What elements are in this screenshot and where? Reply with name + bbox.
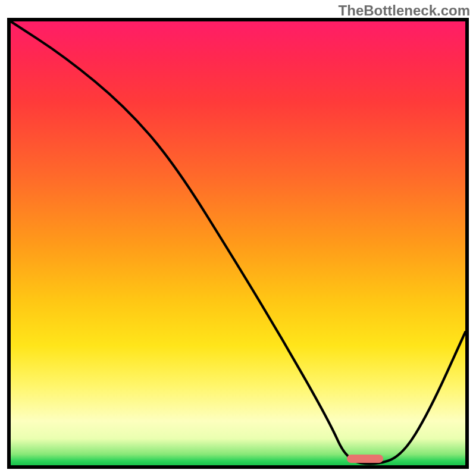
bottleneck-curve [11, 21, 465, 465]
optimal-range-marker [347, 455, 383, 463]
watermark-text: TheBottleneck.com [339, 2, 470, 19]
plot-area [7, 18, 469, 469]
